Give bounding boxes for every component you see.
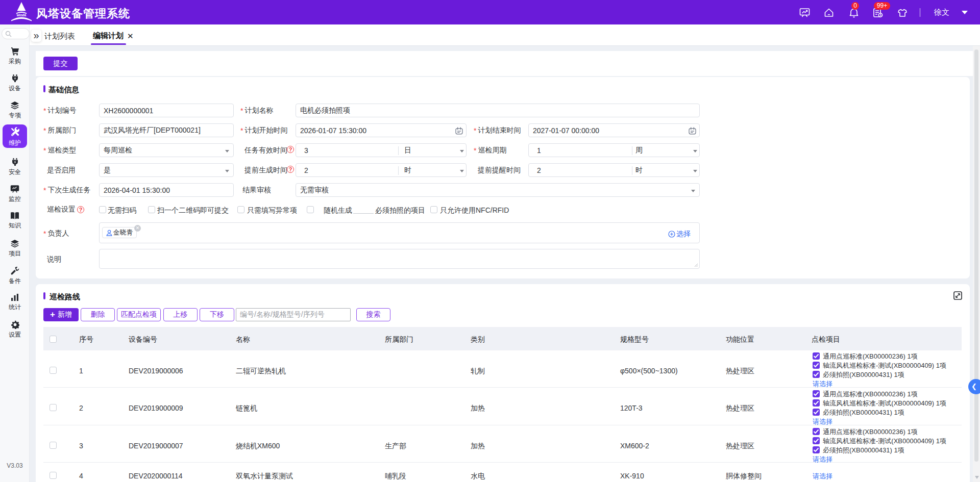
svg-text:winda: winda	[16, 13, 27, 17]
